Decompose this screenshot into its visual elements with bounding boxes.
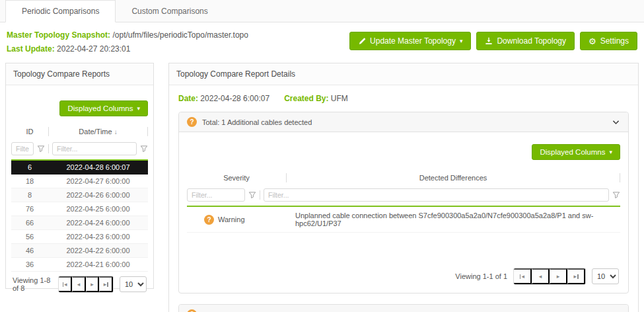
prev-page-button[interactable]: ◂ <box>532 268 550 284</box>
topology-actions: Update Master Topology ▾ Download Topolo… <box>349 32 637 50</box>
topology-compare-report-details-panel: Topology Compare Report Details Date: 20… <box>168 63 639 312</box>
additional-cables-accordion: ? Total: 1 Additional cables detected Di… <box>178 112 629 293</box>
prev-page-button[interactable]: ◂ <box>72 276 86 292</box>
pencil-icon <box>358 37 366 45</box>
datetime-filter-input[interactable] <box>52 142 137 155</box>
column-divider <box>260 190 260 200</box>
report-id-cell: 18 <box>11 177 48 185</box>
settings-button[interactable]: ⚙ Settings <box>580 32 637 50</box>
details-displayed-columns-button[interactable]: Displayed Columns ▾ <box>532 144 620 160</box>
report-id-cell: 6 <box>11 163 48 171</box>
last-update-label: Last Update: <box>7 44 55 54</box>
differences-pagination: Viewing 1-1 of 1 ◂ ◂ ▸ ▸ 10 <box>187 264 620 285</box>
master-snapshot-label: Master Topology Snapshot: <box>7 30 110 40</box>
funnel-icon[interactable] <box>37 145 45 153</box>
reports-pager-nav: ◂ ◂ ▸ ▸ <box>58 276 114 293</box>
funnel-icon[interactable] <box>140 145 148 153</box>
report-datetime-cell: 2022-04-21 6:00:00 <box>48 260 148 268</box>
differences-page-size-select[interactable]: 10 <box>592 268 619 284</box>
id-filter-input[interactable] <box>11 142 34 155</box>
settings-label: Settings <box>600 36 629 46</box>
wrong-link-speed-accordion: ? Total: 4 Wrong link speed detected <box>178 304 629 312</box>
sort-descending-icon[interactable]: ↓ <box>114 128 118 136</box>
gear-icon: ⚙ <box>589 37 596 46</box>
column-divider <box>48 144 49 153</box>
reports-table-header: ID Date/Time↓ <box>11 123 148 140</box>
report-id-cell: 56 <box>11 233 48 241</box>
additional-cables-accordion-body: Displayed Columns ▾ Severity Detected Di… <box>179 132 628 293</box>
report-id-cell: 76 <box>11 205 48 213</box>
master-snapshot-line: Master Topology Snapshot: /opt/ufm/files… <box>7 28 248 42</box>
report-row[interactable]: 36 2022-04-21 6:00:00 <box>11 258 148 272</box>
reports-pagination: Viewing 1-8 of 8 ◂ ◂ ▸ ▸ 10 <box>11 272 148 293</box>
report-id-cell: 46 <box>11 247 48 254</box>
severity-cell: ? Warning <box>187 215 286 225</box>
report-row[interactable]: 18 2022-04-27 6:00:00 <box>11 175 148 188</box>
additional-cables-accordion-header[interactable]: ? Total: 1 Additional cables detected <box>179 112 628 132</box>
report-id-cell: 36 <box>11 260 48 268</box>
report-row[interactable]: 66 2022-04-24 6:00:00 <box>11 216 148 230</box>
wrong-link-speed-accordion-header[interactable]: ? Total: 4 Wrong link speed detected <box>179 305 628 312</box>
column-header-severity[interactable]: Severity <box>187 174 286 182</box>
last-page-button[interactable]: ▸ <box>567 268 585 284</box>
report-datetime-cell: 2022-04-23 6:00:00 <box>48 233 148 241</box>
update-master-topology-button[interactable]: Update Master Topology ▾ <box>349 32 471 50</box>
reports-displayed-columns-button[interactable]: Displayed Columns ▾ <box>59 100 148 116</box>
differences-filter-row <box>187 186 620 206</box>
difference-row[interactable]: ? Warning Unplanned cable connection bet… <box>187 207 620 233</box>
report-created-by: Created By: UFM <box>284 94 348 103</box>
report-datetime-cell: 2022-04-24 6:00:00 <box>48 219 148 227</box>
column-header-id[interactable]: ID <box>11 128 48 136</box>
download-topology-button[interactable]: Download Topology <box>476 32 575 50</box>
last-update-line: Last Update: 2022-04-27 20:23:01 <box>7 42 248 56</box>
reports-table-body: 6 2022-04-28 6:00:07 18 2022-04-27 6:00:… <box>11 159 148 272</box>
report-datetime-cell: 2022-04-22 6:00:00 <box>48 247 148 254</box>
reports-displayed-columns-label: Displayed Columns <box>67 104 133 112</box>
column-divider <box>147 127 148 136</box>
severity-filter-input[interactable] <box>187 188 245 202</box>
tab-custom-comparisons[interactable]: Custom Comparisons <box>116 0 223 22</box>
column-header-datetime[interactable]: Date/Time↓ <box>49 128 147 136</box>
reports-panel-title: Topology Compare Reports <box>6 63 153 85</box>
warning-question-icon: ? <box>204 215 214 225</box>
last-page-button[interactable]: ▸ <box>99 276 113 292</box>
report-id-cell: 66 <box>11 219 48 227</box>
report-date-value: 2022-04-28 6:00:07 <box>200 94 269 103</box>
differences-filter-input[interactable] <box>264 188 609 202</box>
reports-panel-body: Displayed Columns ▾ ID Date/Time↓ <box>6 85 153 298</box>
report-row[interactable]: 76 2022-04-25 6:00:00 <box>11 202 148 216</box>
report-row[interactable]: 46 2022-04-22 6:00:00 <box>11 244 148 258</box>
column-header-detected-differences[interactable]: Detected Differences <box>287 174 620 182</box>
severity-label: Warning <box>218 215 245 223</box>
reports-page-size-select[interactable]: 10 <box>120 276 147 292</box>
report-id-cell: 8 <box>11 191 48 199</box>
caret-down-icon: ▾ <box>609 149 612 155</box>
report-row[interactable]: 56 2022-04-23 6:00:00 <box>11 230 148 244</box>
differences-pager-nav: ◂ ◂ ▸ ▸ <box>513 268 586 285</box>
next-page-button[interactable]: ▸ <box>86 276 100 292</box>
next-page-button[interactable]: ▸ <box>550 268 567 284</box>
details-panel-title: Topology Compare Report Details <box>169 63 638 85</box>
report-date-label: Date: <box>178 94 198 103</box>
details-panel-body: Date: 2022-04-28 6:00:07 Created By: UFM… <box>169 85 638 312</box>
last-update-value: 2022-04-27 20:23:01 <box>57 44 130 54</box>
created-by-label: Created By: <box>284 94 328 103</box>
differences-table-header: Severity Detected Differences <box>187 169 620 186</box>
tab-periodic-comparisons[interactable]: Periodic Comparisons <box>5 0 116 22</box>
first-page-button[interactable]: ◂ <box>59 276 72 292</box>
report-datetime-cell: 2022-04-26 6:00:00 <box>48 191 148 199</box>
master-topology-info: Master Topology Snapshot: /opt/ufm/files… <box>7 28 248 56</box>
funnel-icon[interactable] <box>248 191 256 199</box>
reports-viewing-text: Viewing 1-8 of 8 <box>13 276 52 292</box>
chevron-down-icon[interactable] <box>612 118 620 126</box>
report-row[interactable]: 6 2022-04-28 6:00:07 <box>11 161 148 175</box>
report-row[interactable]: 8 2022-04-26 6:00:00 <box>11 188 148 202</box>
warning-question-icon: ? <box>187 117 197 127</box>
funnel-icon[interactable] <box>612 191 620 199</box>
report-datetime-cell: 2022-04-25 6:00:00 <box>48 205 148 213</box>
first-page-button[interactable]: ◂ <box>514 268 532 284</box>
differences-table-body: ? Warning Unplanned cable connection bet… <box>187 206 620 233</box>
report-meta: Date: 2022-04-28 6:00:07 Created By: UFM <box>178 94 629 103</box>
caret-down-icon: ▾ <box>460 38 463 44</box>
topology-compare-reports-panel: Topology Compare Reports Displayed Colum… <box>5 63 154 289</box>
